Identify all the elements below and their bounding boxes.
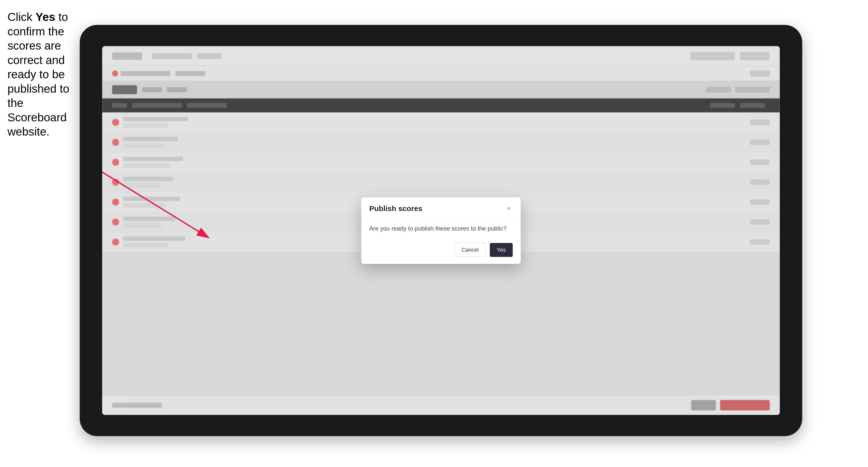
modal-cancel-button[interactable]: Cancel: [455, 243, 486, 257]
modal-header: Publish scores ×: [361, 197, 521, 218]
modal-yes-button[interactable]: Yes: [490, 243, 513, 257]
tablet-frame: Publish scores × Are you ready to publis…: [80, 25, 802, 436]
modal-body: Are you ready to publish these scores to…: [361, 218, 521, 239]
modal-title: Publish scores: [369, 204, 422, 213]
instruction-text: Click Yes to confirm the scores are corr…: [7, 10, 77, 139]
modal-footer: Cancel Yes: [361, 239, 521, 264]
tablet-screen: Publish scores × Are you ready to publis…: [102, 46, 780, 415]
publish-scores-modal: Publish scores × Are you ready to publis…: [361, 197, 521, 264]
modal-body-text: Are you ready to publish these scores to…: [369, 224, 513, 233]
modal-close-button[interactable]: ×: [505, 205, 513, 213]
modal-overlay: Publish scores × Are you ready to publis…: [102, 46, 780, 415]
